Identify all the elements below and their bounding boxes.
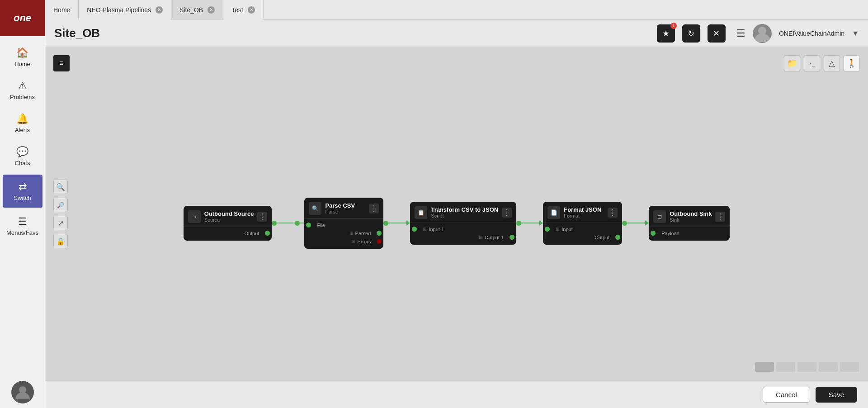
transform-titles: Transform CSV to JSON Script xyxy=(431,206,498,218)
file-label: File xyxy=(317,223,325,228)
terminal-button[interactable]: ›_ xyxy=(804,55,820,71)
sidebar-label-home: Home xyxy=(14,61,30,67)
minimap-item-5 xyxy=(840,362,859,372)
star-badge: 1 xyxy=(670,23,677,29)
tab-home[interactable]: Home xyxy=(45,0,79,20)
node-transform-header: 📋 Transform CSV to JSON Script ⋮ xyxy=(410,202,516,223)
canvas-list-button[interactable]: ≡ xyxy=(53,55,70,71)
zoom-controls: 🔍 🔎 ⤢ 🔒 xyxy=(53,180,68,248)
node-outbound-source[interactable]: → Outbound Source Source ⋮ Output xyxy=(184,206,272,241)
conn-dot-1b xyxy=(295,221,300,226)
parse-csv-menu[interactable]: ⋮ xyxy=(369,204,379,213)
logo[interactable]: one xyxy=(0,0,45,36)
transform-title: Transform CSV to JSON xyxy=(431,206,498,213)
parse-csv-errors-port: ⊞ Errors xyxy=(309,238,379,245)
node-sink-header: ◻ Outbound Sink Sink ⋮ xyxy=(649,206,730,227)
header-avatar[interactable] xyxy=(753,24,772,43)
connector-4 xyxy=(622,220,649,226)
sink-icon: ◻ xyxy=(653,210,666,223)
zoom-out-button[interactable]: 🔎 xyxy=(53,198,68,212)
transform-output-grid: ⊞ xyxy=(479,235,482,240)
sidebar-item-switch[interactable]: ⇄ Switch xyxy=(3,175,42,208)
connector-3 xyxy=(516,220,543,226)
home-icon: 🏠 xyxy=(16,47,28,59)
node-transform-csv-json[interactable]: 📋 Transform CSV to JSON Script ⋮ ⊞ Input… xyxy=(410,202,516,245)
transform-icon: 📋 xyxy=(415,206,427,219)
errors-grid-icon: ⊞ xyxy=(351,239,355,244)
sink-menu[interactable]: ⋮ xyxy=(715,212,725,222)
node-parse-csv[interactable]: 🔍 Parse CSV Parse ⋮ File ⊞ xyxy=(304,198,383,249)
transform-subtitle: Script xyxy=(431,213,498,218)
run-button[interactable]: 🚶 xyxy=(844,55,860,71)
node-outbound-source-header: → Outbound Source Source ⋮ xyxy=(184,206,272,227)
tab-home-label: Home xyxy=(53,6,70,14)
sidebar-label-chats: Chats xyxy=(15,160,30,166)
cancel-button[interactable]: Cancel xyxy=(763,387,810,403)
close-button[interactable]: ✕ xyxy=(708,24,726,43)
tab-test[interactable]: Test ✕ xyxy=(223,0,264,20)
header-bar: Site_OB ★ 1 ↻ ✕ ☰ ONEIValueChainAdmin ▼ xyxy=(45,20,868,47)
header-dropdown-icon[interactable]: ▼ xyxy=(852,29,859,38)
parsed-port-dot xyxy=(377,231,382,236)
minimap xyxy=(755,362,859,372)
lock-button[interactable]: 🔒 xyxy=(53,234,68,248)
sidebar-item-alerts[interactable]: 🔔 Alerts xyxy=(0,107,45,140)
refresh-button[interactable]: ↻ xyxy=(682,24,700,43)
output-label: Output xyxy=(244,231,259,236)
sink-title: Outbound Sink xyxy=(670,210,712,217)
tab-test-label: Test xyxy=(231,6,243,14)
page-title: Site_OB xyxy=(54,26,650,40)
sink-subtitle: Sink xyxy=(670,217,712,223)
sidebar-avatar[interactable] xyxy=(11,381,34,403)
outbound-source-title: Outbound Source xyxy=(204,210,254,217)
format-output-label: Output xyxy=(594,235,609,240)
alert-triangle-icon: △ xyxy=(829,58,835,68)
zoom-in-button[interactable]: 🔍 xyxy=(53,180,68,194)
fit-button[interactable]: ⤢ xyxy=(53,216,68,230)
tab-neo-plasma-close[interactable]: ✕ xyxy=(156,6,163,14)
alert-triangle-button[interactable]: △ xyxy=(824,55,840,71)
conn-line-1 xyxy=(277,223,295,223)
outbound-source-icon: → xyxy=(188,210,201,223)
format-menu[interactable]: ⋮ xyxy=(608,208,618,218)
conn-line-2 xyxy=(388,223,406,223)
input1-label: Input 1 xyxy=(429,227,444,232)
conn-dot-2a xyxy=(383,221,388,226)
minimap-item-4 xyxy=(819,362,838,372)
header-username[interactable]: ONEIValueChainAdmin xyxy=(779,30,844,37)
parsed-label: Parsed xyxy=(355,231,371,236)
outbound-source-footer: Output xyxy=(184,227,272,241)
problems-icon: ⚠ xyxy=(18,80,27,92)
sidebar-item-menus-favs[interactable]: ☰ Menus/Favs xyxy=(0,209,45,242)
format-input-label: Input xyxy=(561,227,572,232)
sidebar-item-home[interactable]: 🏠 Home xyxy=(0,41,45,74)
sidebar-item-problems[interactable]: ⚠ Problems xyxy=(0,74,45,107)
file-port-dot xyxy=(306,223,311,228)
node-outbound-sink[interactable]: ◻ Outbound Sink Sink ⋮ Payload xyxy=(649,206,730,241)
transform-menu[interactable]: ⋮ xyxy=(502,208,512,218)
tab-site-ob[interactable]: Site_OB ✕ xyxy=(171,0,223,20)
fit-icon: ⤢ xyxy=(58,219,64,228)
folder-button[interactable]: 📁 xyxy=(784,55,800,71)
format-input-dot xyxy=(545,227,550,232)
transform-input-port: ⊞ Input 1 xyxy=(415,226,512,233)
conn-arrow-3 xyxy=(539,220,543,226)
conn-arrow-2 xyxy=(406,220,410,226)
parsed-grid-icon: ⊞ xyxy=(349,231,353,236)
format-footer: ⊞ Input Output xyxy=(543,223,622,245)
tab-test-close[interactable]: ✕ xyxy=(248,6,255,14)
star-button[interactable]: ★ 1 xyxy=(657,24,675,43)
format-output-port: Output xyxy=(547,234,618,241)
conn-dot-4a xyxy=(622,221,627,226)
minimap-item-3 xyxy=(797,362,816,372)
tab-site-ob-close[interactable]: ✕ xyxy=(208,6,215,14)
menu-icon[interactable]: ☰ xyxy=(736,28,745,39)
sidebar-item-chats[interactable]: 💬 Chats xyxy=(0,140,45,173)
canvas-area[interactable]: ≡ 📁 ›_ △ 🚶 🔍 🔎 xyxy=(45,47,868,381)
tab-neo-plasma[interactable]: NEO Plasma Pipelines ✕ xyxy=(79,0,171,20)
transform-input-grid: ⊞ xyxy=(423,227,426,232)
conn-dot-1a xyxy=(272,221,277,226)
node-format-json[interactable]: 📄 Format JSON Format ⋮ ⊞ Input xyxy=(543,202,622,245)
save-button[interactable]: Save xyxy=(816,387,857,403)
outbound-source-menu[interactable]: ⋮ xyxy=(257,212,267,222)
